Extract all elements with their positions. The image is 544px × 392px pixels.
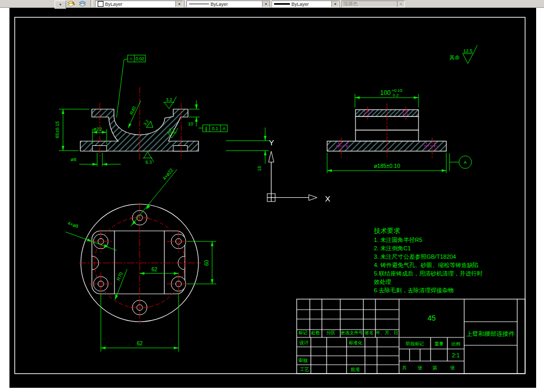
- svg-text:0.02: 0.02: [135, 56, 144, 61]
- svg-text:10: 10: [188, 121, 193, 126]
- svg-text:标准化: 标准化: [349, 340, 362, 345]
- part-name: 上臂和腰部连接件: [466, 331, 515, 337]
- svg-text:15: 15: [257, 166, 262, 171]
- svg-text:5.联结座铸成后，用清砂机清理，并进行时: 5.联结座铸成后，用清砂机清理，并进行时: [374, 270, 483, 277]
- drawing-canvas[interactable]: 65±0.15 ø22 ø8: [0, 0, 544, 392]
- svg-text:处数: 处数: [311, 330, 321, 335]
- svg-text:其余: 其余: [449, 55, 460, 60]
- linetype-combo-arrow-icon[interactable]: ▼: [262, 1, 269, 7]
- svg-text:ø22: ø22: [93, 126, 102, 132]
- svg-text:阶段标记: 阶段标记: [406, 341, 424, 346]
- plotstyle-combo-arrow-icon: ▼: [397, 1, 404, 7]
- make-layer-current-icon[interactable]: [67, 1, 76, 6]
- ucs-x-label: X: [325, 194, 330, 203]
- svg-text:○: ○: [130, 56, 132, 61]
- svg-text:3. 未注尺寸公差参照GB/T18204: 3. 未注尺寸公差参照GB/T18204: [374, 253, 456, 260]
- linetype-control-combo[interactable]: ByLayer ▼: [186, 1, 270, 7]
- fcf-parallelism-frame: ∥ 0.1 A: [198, 125, 227, 132]
- svg-text:ø185±0.10: ø185±0.10: [374, 163, 400, 169]
- svg-text:重量: 重量: [435, 341, 444, 346]
- svg-text:张: 张: [451, 365, 455, 370]
- svg-text:62: 62: [151, 267, 158, 272]
- svg-text:标记: 标记: [299, 330, 308, 335]
- linetype-control-value: ByLayer: [209, 2, 262, 7]
- svg-text:工艺: 工艺: [300, 367, 309, 372]
- toolbar-separator: [184, 0, 186, 7]
- svg-text:审核: 审核: [298, 358, 308, 363]
- svg-text:年、月、日: 年、月、日: [376, 330, 399, 335]
- svg-text:1. 未注圆角半径R5: 1. 未注圆角半径R5: [374, 237, 422, 243]
- bylayer-color-swatch: [98, 1, 103, 7]
- svg-text:张: 张: [418, 365, 423, 370]
- material-value: 45: [427, 314, 436, 322]
- svg-text:3.2: 3.2: [166, 97, 172, 102]
- layers-icon[interactable]: [78, 1, 87, 6]
- svg-text:ø8: ø8: [70, 156, 76, 162]
- svg-text:比例: 比例: [452, 341, 461, 346]
- svg-text:0.2: 0.2: [393, 93, 399, 98]
- svg-text:设计: 设计: [299, 340, 309, 345]
- svg-text:6.3: 6.3: [145, 160, 152, 165]
- svg-text:A: A: [223, 126, 226, 131]
- plotstyle-control-value: 随颜色: [342, 1, 397, 7]
- plotstyle-control-combo: 随颜色 ▼: [341, 1, 405, 7]
- svg-text:62: 62: [137, 341, 143, 346]
- lineweight-control-value: ByLayer: [290, 2, 331, 7]
- svg-text:6.去除毛刺，去除清理焊接杂物: 6.去除毛刺，去除清理焊接杂物: [374, 287, 454, 293]
- object-properties-toolbar: ▼ ByLayer ▼ ByLayer ▼ ByLayer ▼ 随颜色 ▼: [0, 0, 544, 8]
- svg-text:分区: 分区: [327, 330, 336, 335]
- svg-text:签名: 签名: [365, 330, 374, 335]
- cad-application-window: ▼ ByLayer ▼ ByLayer ▼ ByLayer ▼ 随颜色 ▼: [0, 0, 544, 392]
- svg-text:100: 100: [380, 89, 391, 97]
- svg-text:2. 未注倒角C1: 2. 未注倒角C1: [374, 245, 411, 251]
- svg-text:∥: ∥: [205, 126, 207, 131]
- svg-text:更改文件号: 更改文件号: [341, 330, 363, 335]
- svg-text:65±0.15: 65±0.15: [55, 121, 60, 138]
- svg-text:效处理: 效处理: [374, 279, 391, 285]
- svg-text:+0.15: +0.15: [392, 88, 403, 93]
- color-control-value: ByLayer: [103, 2, 175, 7]
- lineweight-sample-icon: [274, 3, 290, 5]
- tech-req-title: 技术要求: [373, 227, 401, 235]
- svg-text:A: A: [464, 160, 467, 165]
- svg-text:0.1: 0.1: [212, 126, 218, 131]
- lineweight-combo-arrow-icon[interactable]: ▼: [331, 1, 339, 7]
- lineweight-control-combo[interactable]: ByLayer ▼: [271, 1, 339, 7]
- toolbar-separator: [90, 0, 92, 7]
- scale-value: 2:1: [452, 352, 460, 358]
- linetype-sample-icon: [189, 4, 209, 4]
- svg-text:批准: 批准: [350, 367, 360, 372]
- svg-text:共: 共: [402, 365, 407, 370]
- svg-text:4. 铸件避免气孔、砂眼、缩松等铸造缺陷: 4. 铸件避免气孔、砂眼、缩松等铸造缺陷: [374, 262, 478, 268]
- color-control-combo[interactable]: ByLayer ▼: [95, 1, 183, 7]
- color-combo-arrow-icon[interactable]: ▼: [175, 1, 183, 7]
- toolbar-dropdown-button[interactable]: ▼: [55, 1, 66, 9]
- svg-text:60: 60: [204, 260, 210, 266]
- svg-text:3.2: 3.2: [169, 128, 175, 133]
- svg-text:第: 第: [433, 365, 437, 370]
- svg-text:12.5: 12.5: [463, 48, 473, 54]
- ucs-y-label: Y: [269, 138, 274, 147]
